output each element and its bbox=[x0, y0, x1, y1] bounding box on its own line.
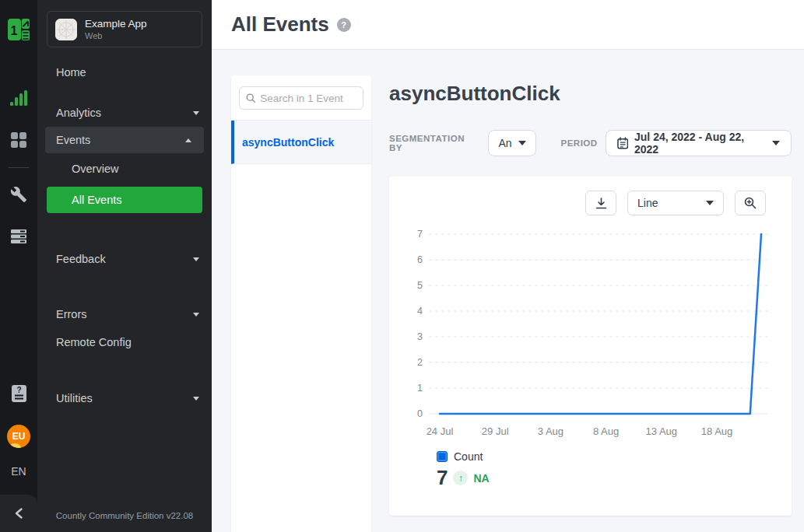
svg-text:3 Aug: 3 Aug bbox=[538, 425, 564, 437]
chevron-down-icon bbox=[193, 111, 199, 115]
sidebar: Example App Web Home Analytics Events Ov… bbox=[37, 0, 212, 532]
rail-divider bbox=[9, 167, 29, 168]
main-column: All Events ? asyncButtonCli bbox=[212, 0, 804, 532]
chart-card: Line 0123456724 Jul29 Jul3 Aug8 Aug13 Au… bbox=[389, 177, 792, 516]
events-list-card: asyncButtonClick bbox=[231, 75, 371, 532]
legend-series-label: Count bbox=[454, 450, 483, 463]
chevron-up-icon bbox=[185, 138, 191, 142]
svg-text:0: 0 bbox=[417, 408, 423, 419]
chevron-down-icon bbox=[518, 141, 526, 145]
period-select[interactable]: Jul 24, 2022 - Aug 22, 2022 bbox=[606, 130, 792, 156]
server-icon bbox=[10, 229, 27, 244]
svg-text:2: 2 bbox=[417, 357, 423, 368]
legend-total-value: 7 bbox=[437, 466, 448, 490]
help-icon[interactable]: ? bbox=[337, 18, 351, 32]
event-list: asyncButtonClick bbox=[231, 120, 371, 164]
legend-checkbox[interactable] bbox=[437, 451, 448, 462]
app-type: Web bbox=[85, 31, 147, 40]
sidebar-item-home[interactable]: Home bbox=[37, 58, 212, 86]
legend-total-row: 7 ↑ NA bbox=[437, 466, 780, 490]
chevron-down-icon bbox=[193, 397, 199, 401]
sidebar-item-events[interactable]: Events bbox=[45, 127, 204, 153]
search-input[interactable] bbox=[260, 93, 356, 104]
segmentation-value: An bbox=[498, 137, 511, 149]
chart-toolbar: Line bbox=[401, 191, 780, 215]
wrench-icon bbox=[10, 186, 27, 203]
rail-report-manager-button[interactable]: ? bbox=[6, 383, 31, 404]
chevron-down-icon bbox=[193, 313, 199, 317]
app-selector-text: Example App Web bbox=[85, 18, 147, 40]
page-title: All Events bbox=[231, 12, 329, 37]
sidebar-item-errors[interactable]: Errors bbox=[37, 300, 212, 328]
event-list-item[interactable]: asyncButtonClick bbox=[231, 121, 371, 164]
svg-text:7: 7 bbox=[417, 229, 423, 240]
download-chart-button[interactable] bbox=[585, 191, 616, 215]
search-icon bbox=[246, 93, 255, 103]
svg-text:5: 5 bbox=[417, 280, 423, 291]
zoom-in-icon bbox=[744, 197, 757, 209]
countly-logo-icon: 1 bbox=[7, 17, 30, 42]
avatar-initials: EU bbox=[12, 431, 26, 442]
period-value: Jul 24, 2022 - Aug 22, 2022 bbox=[634, 131, 766, 156]
trend-change-value: NA bbox=[473, 472, 489, 485]
rail-analytics-button[interactable] bbox=[6, 87, 31, 109]
avatar[interactable]: EU bbox=[7, 425, 30, 448]
collapse-sidebar-button[interactable] bbox=[0, 495, 37, 532]
download-icon bbox=[595, 198, 607, 209]
chevron-down-icon bbox=[193, 257, 199, 261]
version-footer: Countly Community Edition v22.08 bbox=[37, 502, 212, 532]
svg-text:6: 6 bbox=[417, 254, 423, 265]
app-root: 1 bbox=[0, 0, 804, 532]
sidebar-item-label: Analytics bbox=[56, 107, 101, 119]
rail-data-manager-button[interactable] bbox=[6, 226, 31, 247]
svg-text:8 Aug: 8 Aug bbox=[593, 425, 619, 437]
sidebar-item-all-events[interactable]: All Events bbox=[47, 187, 202, 213]
sidebar-item-label: All Events bbox=[72, 194, 121, 206]
rail-apps-button[interactable] bbox=[6, 129, 31, 151]
search-wrap bbox=[231, 75, 371, 120]
sidebar-item-label: Overview bbox=[72, 163, 118, 175]
sidebar-item-label: Remote Config bbox=[56, 336, 132, 348]
segmentation-select[interactable]: An bbox=[488, 130, 535, 156]
sidebar-item-remote-config[interactable]: Remote Config bbox=[37, 328, 212, 356]
sidebar-item-analytics[interactable]: Analytics bbox=[37, 99, 212, 127]
period-label: PERIOD bbox=[561, 138, 598, 148]
content-area: asyncButtonClick asyncButtonClick SEGMEN… bbox=[212, 50, 804, 532]
rail-management-button[interactable] bbox=[6, 184, 31, 205]
svg-text:24 Jul: 24 Jul bbox=[427, 425, 454, 437]
calendar-icon bbox=[617, 137, 628, 149]
app-icon bbox=[55, 19, 77, 40]
svg-text:18 Aug: 18 Aug bbox=[701, 425, 733, 437]
svg-text:29 Jul: 29 Jul bbox=[482, 425, 509, 437]
search-box bbox=[239, 86, 363, 110]
sidebar-item-label: Events bbox=[56, 134, 90, 146]
countly-logo[interactable]: 1 bbox=[7, 17, 30, 45]
svg-text:4: 4 bbox=[417, 306, 423, 317]
legend-series-row: Count bbox=[437, 450, 780, 463]
chevron-down-icon bbox=[772, 141, 780, 145]
report-question-icon: ? bbox=[11, 384, 27, 403]
language-selector[interactable]: EN bbox=[11, 465, 26, 478]
sidebar-item-label: Home bbox=[56, 66, 86, 79]
zoom-chart-button[interactable] bbox=[735, 191, 766, 215]
chart-type-select[interactable]: Line bbox=[627, 191, 724, 215]
analytics-bars-icon bbox=[9, 89, 28, 107]
sidebar-item-label: Feedback bbox=[56, 253, 106, 265]
trend-up-icon: ↑ bbox=[453, 471, 468, 485]
topbar: All Events ? bbox=[212, 0, 804, 50]
sidebar-item-utilities[interactable]: Utilities bbox=[37, 384, 212, 412]
chart-type-value: Line bbox=[637, 197, 658, 209]
svg-text:1: 1 bbox=[417, 383, 423, 394]
sidebar-item-events-overview[interactable]: Overview bbox=[37, 155, 212, 183]
apps-grid-icon bbox=[10, 131, 27, 149]
sidebar-item-label: Utilities bbox=[56, 392, 93, 404]
event-detail-panel: asyncButtonClick SEGMENTATION BY An PERI… bbox=[389, 50, 792, 532]
svg-text:13 Aug: 13 Aug bbox=[646, 425, 678, 437]
controls-row: SEGMENTATION BY An PERIOD Jul 24, 2022 -… bbox=[389, 130, 792, 156]
sidebar-item-feedback[interactable]: Feedback bbox=[37, 245, 212, 273]
chart-legend: Count 7 ↑ NA bbox=[437, 450, 780, 490]
svg-text:3: 3 bbox=[417, 331, 423, 342]
svg-text:?: ? bbox=[16, 386, 21, 394]
app-selector[interactable]: Example App Web bbox=[47, 11, 202, 47]
line-chart[interactable]: 0123456724 Jul29 Jul3 Aug8 Aug13 Aug18 A… bbox=[401, 222, 780, 449]
